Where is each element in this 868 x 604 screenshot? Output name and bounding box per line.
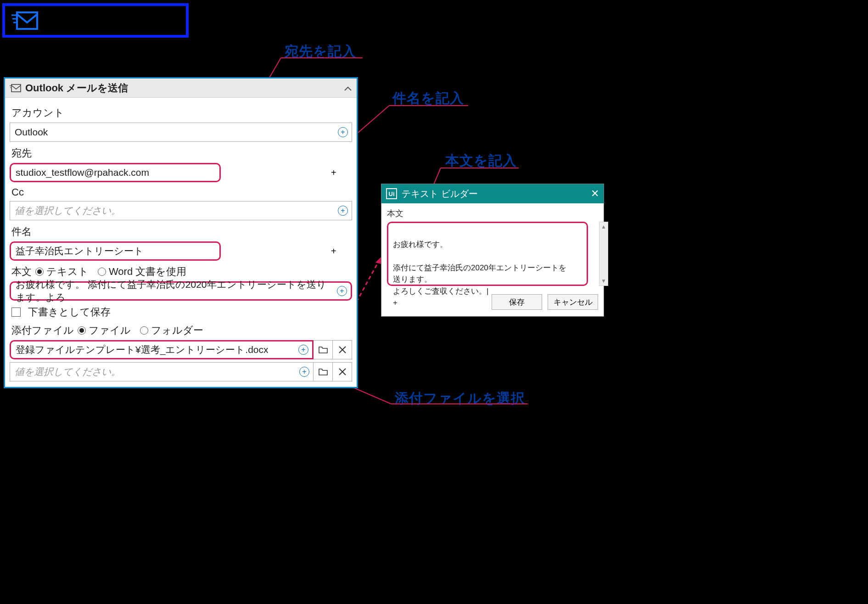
scroll-down-icon[interactable]: ▼ [599,276,608,285]
account-label: アカウント [11,106,350,120]
browse-folder-button[interactable] [314,362,333,381]
close-icon[interactable]: ✕ [591,188,599,200]
save-button[interactable]: 保存 [492,294,542,310]
annotation-subject: 件名を記入 [392,89,464,108]
body-value: お疲れ様です。 添付にて益子幸治氏の2020年エントリーシートを送ります。よろ [16,278,332,304]
to-field[interactable]: studiox_testflow@rpahack.com [10,163,221,182]
plus-icon[interactable]: + [337,286,347,296]
subject-label: 件名 [11,225,350,239]
plus-icon[interactable]: + [331,168,336,178]
dialog-text-value: お疲れ様です。 添付にて益子幸治氏の2020年エントリーシートを送ります。 よろ… [393,240,566,296]
cc-label: Cc [11,186,350,198]
mail-icon [10,84,22,93]
annotation-to: 宛先を記入 [285,42,356,61]
uipath-icon: Ui [386,188,397,199]
send-outlook-mail-card: Outlook メールを送信 アカウント Outlook + 宛先 studio… [4,77,358,388]
attach-field-2[interactable]: 値を選択してください。 + [10,362,314,381]
draft-row[interactable]: 下書きとして保存 [11,305,350,319]
to-label: 宛先 [11,146,350,160]
body-radio-word[interactable]: Word 文書を使用 [98,265,186,279]
attach-value: 登録ファイルテンプレート¥選考_エントリーシート.docx [16,343,269,356]
card-body: アカウント Outlook + 宛先 studiox_testflow@rpah… [5,98,357,387]
scroll-up-icon[interactable]: ▲ [599,222,608,231]
dialog-titlebar[interactable]: Ui テキスト ビルダー ✕ [381,184,604,203]
card-header[interactable]: Outlook メールを送信 [5,78,357,98]
annotation-attach: 添付ファイルを選択 [395,389,525,408]
attach-radio-file[interactable]: ファイル [78,324,131,337]
activity-badge [2,3,189,38]
card-title: Outlook メールを送信 [25,81,128,95]
plus-icon[interactable]: + [393,298,398,307]
chevron-up-icon[interactable] [344,82,352,94]
attach-field-1[interactable]: 登録ファイルテンプレート¥選考_エントリーシート.docx + [10,340,314,359]
annotation-body: 本文を記入 [445,151,517,170]
dialog-title: テキスト ビルダー [402,188,478,200]
attach-label: 添付ファイル [11,324,74,337]
body-label-row: 本文 テキスト Word 文書を使用 [11,265,350,279]
body-radio-text[interactable]: テキスト [35,265,89,279]
body-field[interactable]: お疲れ様です。 添付にて益子幸治氏の2020年エントリーシートを送ります。よろ … [10,281,352,301]
plus-icon[interactable]: + [299,367,309,377]
attach-row-1: 登録ファイルテンプレート¥選考_エントリーシート.docx + [10,340,352,359]
svg-rect-0 [17,12,37,29]
attach-placeholder: 値を選択してください。 [15,365,121,378]
dialog-body: 本文 お疲れ様です。 添付にて益子幸治氏の2020年エントリーシートを送ります。… [381,203,604,290]
cc-field[interactable]: 値を選択してください。 + [10,201,352,220]
plus-icon[interactable]: + [338,127,348,137]
dialog-textarea[interactable]: お疲れ様です。 添付にて益子幸治氏の2020年エントリーシートを送ります。 よろ… [387,222,588,286]
attach-radio-folder[interactable]: フォルダー [140,324,203,337]
attach-row-2: 値を選択してください。 + [10,362,352,381]
cancel-button[interactable]: キャンセル [548,294,598,310]
account-field[interactable]: Outlook + [10,123,352,142]
subject-value: 益子幸治氏エントリーシート [16,245,144,257]
dialog-field-label: 本文 [387,208,598,219]
svg-rect-14 [11,84,21,92]
draft-label: 下書きとして保存 [28,305,111,319]
subject-field[interactable]: 益子幸治氏エントリーシート [10,241,221,261]
remove-attach-button[interactable] [333,340,352,359]
text-builder-dialog: Ui テキスト ビルダー ✕ 本文 お疲れ様です。 添付にて益子幸治氏の2020… [381,184,604,317]
browse-folder-button[interactable] [314,340,333,359]
draft-checkbox[interactable] [11,308,21,317]
plus-icon[interactable]: + [331,246,336,256]
cc-placeholder: 値を選択してください。 [15,204,121,217]
plus-icon[interactable]: + [298,345,308,355]
send-mail-icon [11,11,39,31]
account-value: Outlook [15,127,48,138]
attach-label-row: 添付ファイル ファイル フォルダー [11,324,350,337]
dialog-scrollbar[interactable]: ▲ ▼ [599,222,608,286]
remove-attach-button[interactable] [333,362,352,381]
body-label: 本文 [11,265,32,279]
plus-icon[interactable]: + [338,206,348,216]
to-value: studiox_testflow@rpahack.com [16,167,149,178]
